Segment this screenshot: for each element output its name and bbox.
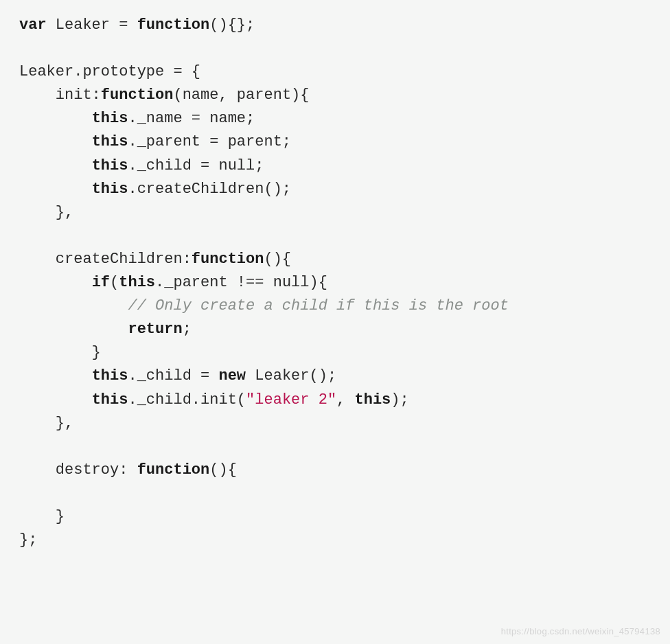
code-text: (){ [264, 251, 291, 268]
code-text: ._child = null; [128, 157, 264, 174]
code-text: }, [19, 204, 73, 221]
code-line: this._name = name; [19, 107, 651, 130]
code-line [19, 435, 651, 459]
code-text: init: [19, 87, 101, 104]
code-text [19, 367, 92, 384]
code-line: this._child = new Leaker(); [19, 365, 651, 388]
code-text [19, 274, 92, 291]
code-text: (){ [209, 461, 237, 479]
code-text: , [336, 391, 354, 409]
code-line: if(this._parent !== null){ [19, 271, 651, 295]
code-text: }, [19, 415, 73, 432]
code-text: ._parent !== null){ [155, 274, 327, 291]
code-text: } [19, 508, 65, 525]
code-line: this._child = null; [19, 154, 651, 178]
code-line [19, 37, 651, 60]
code-line: }, [19, 201, 651, 225]
code-text [19, 157, 92, 174]
code-line: destroy: function(){ [19, 459, 651, 482]
keyword-if: if [92, 274, 110, 291]
keyword-var: var [19, 16, 47, 34]
code-text: }; [19, 531, 37, 549]
keyword-new: new [218, 367, 246, 384]
code-line: var Leaker = function(){}; [19, 14, 651, 37]
code-text: ._child = [128, 367, 218, 384]
keyword-this: this [92, 181, 128, 198]
code-text: ( [110, 274, 119, 291]
keyword-function: function [101, 87, 174, 104]
code-text: ._parent = parent; [128, 133, 291, 150]
comment: // Only create a child if this is the ro… [128, 297, 509, 314]
code-text: (){}; [209, 16, 255, 34]
code-line: } [19, 341, 651, 365]
code-text: .createChildren(); [128, 181, 291, 198]
code-text: Leaker = [47, 16, 137, 34]
code-line: } [19, 505, 651, 529]
code-line: this._parent = parent; [19, 130, 651, 154]
code-text: createChildren: [19, 251, 192, 268]
code-text: ._child.init( [128, 391, 246, 409]
string-literal: "leaker 2" [246, 391, 336, 409]
keyword-this: this [92, 110, 128, 127]
keyword-this: this [92, 367, 128, 384]
keyword-function: function [192, 251, 264, 268]
keyword-this: this [92, 391, 128, 409]
keyword-function: function [137, 16, 210, 34]
keyword-this: this [355, 391, 391, 409]
code-text [19, 297, 128, 314]
code-text: (name, parent){ [173, 87, 309, 104]
code-line: return; [19, 318, 651, 341]
code-text [19, 391, 92, 409]
keyword-this: this [119, 274, 155, 291]
code-block: var Leaker = function(){}; Leaker.protot… [19, 14, 651, 552]
code-line: Leaker.prototype = { [19, 60, 651, 84]
code-text [19, 133, 92, 150]
code-line: // Only create a child if this is the ro… [19, 295, 651, 318]
code-text [19, 321, 128, 338]
keyword-this: this [92, 133, 128, 150]
code-text: Leaker(); [246, 367, 336, 384]
code-text: Leaker.prototype = { [19, 63, 200, 80]
code-line: init:function(name, parent){ [19, 84, 651, 107]
code-text: ); [391, 391, 408, 409]
code-text [19, 110, 92, 127]
code-line [19, 225, 651, 248]
watermark: https://blog.csdn.net/weixin_45794138 [501, 625, 660, 639]
code-line: this.createChildren(); [19, 178, 651, 201]
code-line: }; [19, 529, 651, 552]
code-text: ; [183, 321, 192, 338]
code-text: destroy: [19, 461, 137, 479]
keyword-return: return [128, 321, 182, 338]
code-line: createChildren:function(){ [19, 248, 651, 271]
keyword-this: this [92, 157, 128, 174]
code-text [19, 181, 92, 198]
keyword-function: function [137, 461, 210, 479]
code-line [19, 482, 651, 505]
code-text: ._name = name; [128, 110, 255, 127]
code-line: }, [19, 412, 651, 435]
code-line: this._child.init("leaker 2", this); [19, 389, 651, 412]
code-text: } [19, 344, 101, 361]
